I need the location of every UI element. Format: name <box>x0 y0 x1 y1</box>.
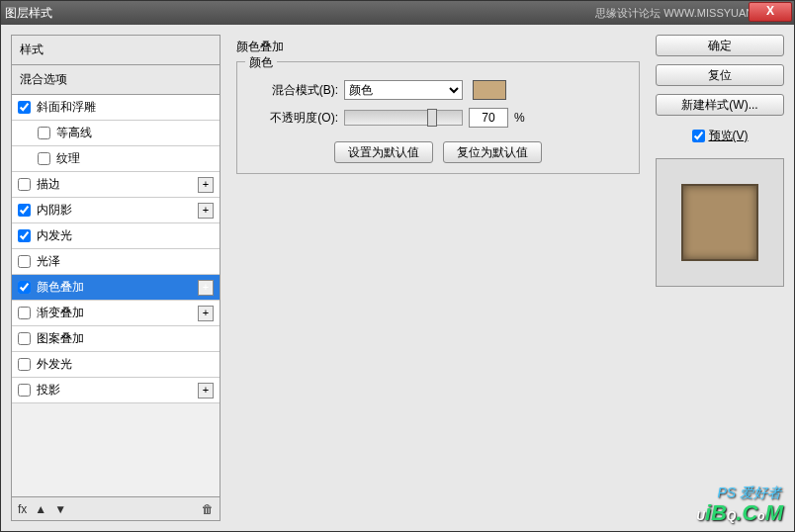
blending-options[interactable]: 混合选项 <box>12 65 220 95</box>
add-icon[interactable]: + <box>198 203 214 219</box>
style-checkbox[interactable] <box>18 384 31 397</box>
style-label: 描边 <box>37 176 60 193</box>
preview-label: 预览(V) <box>709 128 749 144</box>
style-checkbox[interactable] <box>18 358 31 371</box>
preview-checkbox-row[interactable]: 预览(V) <box>656 128 784 144</box>
style-list: 斜面和浮雕等高线纹理描边+内阴影+内发光光泽颜色叠加+渐变叠加+图案叠加外发光投… <box>12 95 220 496</box>
layer-style-dialog: 图层样式 思缘设计论坛 WWW.MISSYUAN.COM X 样式 混合选项 斜… <box>0 0 795 532</box>
style-checkbox[interactable] <box>18 281 31 294</box>
percent-label: % <box>514 111 525 125</box>
set-default-button[interactable]: 设置为默认值 <box>334 141 433 163</box>
style-label: 内阴影 <box>37 202 72 219</box>
style-label: 等高线 <box>56 125 92 141</box>
style-checkbox[interactable] <box>18 204 31 217</box>
style-label: 外发光 <box>37 356 72 373</box>
style-label: 渐变叠加 <box>37 305 84 321</box>
fx-icon[interactable]: fx <box>18 502 27 516</box>
style-row-9[interactable]: 图案叠加 <box>12 326 220 352</box>
style-checkbox[interactable] <box>18 101 31 114</box>
cancel-button[interactable]: 复位 <box>656 64 784 86</box>
blend-mode-select[interactable]: 颜色 <box>344 80 463 100</box>
ok-button[interactable]: 确定 <box>656 35 784 56</box>
titlebar[interactable]: 图层样式 思缘设计论坛 WWW.MISSYUAN.COM X <box>1 1 794 25</box>
new-style-button[interactable]: 新建样式(W)... <box>656 94 784 116</box>
preview-swatch <box>681 184 758 261</box>
style-label: 斜面和浮雕 <box>37 99 96 116</box>
close-button[interactable]: X <box>749 2 792 22</box>
style-row-10[interactable]: 外发光 <box>12 352 220 378</box>
style-row-2[interactable]: 纹理 <box>12 146 220 172</box>
settings-panel: 颜色叠加 颜色 混合模式(B): 颜色 不透明度(O): 70 % <box>228 35 648 521</box>
blend-mode-row: 混合模式(B): 颜色 <box>249 80 627 100</box>
opacity-value[interactable]: 70 <box>469 108 508 128</box>
move-up-icon[interactable]: ▲ <box>35 502 46 516</box>
trash-icon[interactable]: 🗑 <box>202 502 214 516</box>
style-row-1[interactable]: 等高线 <box>12 121 220 146</box>
style-label: 图案叠加 <box>37 330 84 347</box>
style-row-11[interactable]: 投影+ <box>12 378 220 403</box>
style-label: 光泽 <box>37 253 60 270</box>
styles-header[interactable]: 样式 <box>12 36 220 65</box>
style-label: 颜色叠加 <box>37 279 84 296</box>
style-label: 纹理 <box>56 150 80 167</box>
slider-thumb[interactable] <box>427 109 437 127</box>
style-label: 投影 <box>37 382 60 399</box>
move-down-icon[interactable]: ▼ <box>54 502 66 516</box>
opacity-slider[interactable] <box>344 110 463 126</box>
style-checkbox[interactable] <box>38 127 50 139</box>
dialog-body: 样式 混合选项 斜面和浮雕等高线纹理描边+内阴影+内发光光泽颜色叠加+渐变叠加+… <box>1 25 794 531</box>
watermark-bottom: UiBQ.CoM <box>696 500 783 526</box>
add-icon[interactable]: + <box>198 280 214 296</box>
blend-mode-label: 混合模式(B): <box>249 82 338 99</box>
action-panel: 确定 复位 新建样式(W)... 预览(V) <box>656 35 784 521</box>
default-buttons-row: 设置为默认值 复位为默认值 <box>249 141 627 163</box>
style-row-4[interactable]: 内阴影+ <box>12 198 220 223</box>
style-checkbox[interactable] <box>18 307 31 319</box>
styles-footer: fx ▲ ▼ 🗑 <box>12 496 220 520</box>
color-fieldset: 颜色 混合模式(B): 颜色 不透明度(O): 70 % 设置为默认值 复位为 <box>236 61 640 174</box>
style-checkbox[interactable] <box>38 152 50 165</box>
add-icon[interactable]: + <box>198 177 214 193</box>
reset-default-button[interactable]: 复位为默认值 <box>443 141 542 163</box>
preview-checkbox[interactable] <box>692 130 705 142</box>
style-row-6[interactable]: 光泽 <box>12 249 220 275</box>
style-row-3[interactable]: 描边+ <box>12 172 220 198</box>
styles-panel: 样式 混合选项 斜面和浮雕等高线纹理描边+内阴影+内发光光泽颜色叠加+渐变叠加+… <box>11 35 221 521</box>
style-label: 内发光 <box>37 227 72 244</box>
style-row-0[interactable]: 斜面和浮雕 <box>12 95 220 121</box>
style-checkbox[interactable] <box>18 178 31 191</box>
style-row-8[interactable]: 渐变叠加+ <box>12 301 220 326</box>
add-icon[interactable]: + <box>198 306 214 321</box>
window-title: 图层样式 <box>5 5 595 22</box>
add-icon[interactable]: + <box>198 383 214 399</box>
opacity-row: 不透明度(O): 70 % <box>249 108 627 128</box>
style-checkbox[interactable] <box>18 332 31 345</box>
style-checkbox[interactable] <box>18 229 31 242</box>
panel-title: 颜色叠加 <box>236 39 640 55</box>
style-checkbox[interactable] <box>18 255 31 268</box>
preview-box <box>656 158 784 287</box>
style-row-5[interactable]: 内发光 <box>12 223 220 249</box>
style-row-7[interactable]: 颜色叠加+ <box>12 275 220 301</box>
opacity-label: 不透明度(O): <box>249 110 338 127</box>
fieldset-legend: 颜色 <box>245 54 277 71</box>
color-swatch[interactable] <box>473 80 506 100</box>
